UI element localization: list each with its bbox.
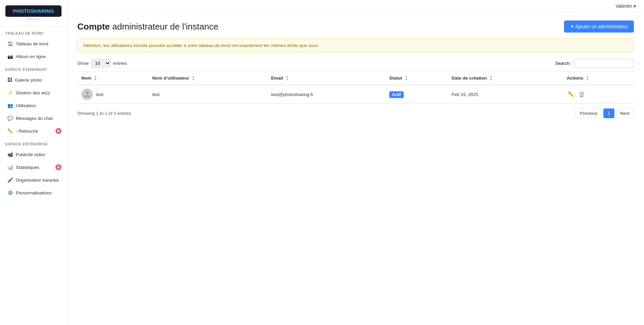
status-badge: Actif <box>389 91 404 98</box>
col-date-creation[interactable]: Date de création ▲▼ <box>447 72 563 85</box>
sidebar-item-label: Publicité vidéo <box>16 152 45 157</box>
sidebar-item-label: Gestion des wizz <box>16 90 50 95</box>
nom-value: test <box>96 92 104 97</box>
admins-table: Nom ▲▼ Nom d'utilisateur ▲▼ Email ▲▼ Sta… <box>77 72 634 104</box>
add-administrator-button[interactable]: ✦ Ajouter un administrateur <box>564 20 634 33</box>
sidebar-item-label: Statistiques <box>16 165 39 170</box>
email-value: test@photosharing.fr <box>271 92 314 97</box>
section-label-event: ESPACE ÉVÉNEMENT <box>0 63 67 74</box>
entries-label: entries <box>113 61 127 66</box>
col-statut[interactable]: Statut ▲▼ <box>385 72 448 85</box>
page-title-rest: administrateur de l'instance <box>110 21 218 32</box>
sidebar-item-gestion-des-wizz[interactable]: ⚡ Gestion des wizz <box>2 87 65 99</box>
col-nom-utilisateur[interactable]: Nom d'utilisateur ▲▼ <box>148 72 267 85</box>
next-button[interactable]: Next <box>616 108 634 118</box>
sidebar-item-galerie-photo[interactable]: 🖼 Galerie photo <box>2 74 65 86</box>
retouche-badge: N <box>55 128 62 134</box>
stats-badge: N <box>55 164 62 170</box>
user-menu[interactable]: Valentin ▾ <box>615 3 636 9</box>
sidebar-item-label: Personnalisations <box>16 190 52 195</box>
nom-utilisateur-value: test <box>152 92 160 97</box>
section-label-dashboard: TABLEAU DE BORD <box>0 27 67 37</box>
logo-subtitle: DIGITAL <box>5 17 62 21</box>
sidebar: PHOTOSHARING DIGITAL TABLEAU DE BORD 🏠 T… <box>0 0 67 325</box>
sort-nom-icon: ▲▼ <box>94 75 97 81</box>
cell-actions: ✏️ 🗑️ <box>563 85 634 104</box>
sidebar-item-tableau-de-bord[interactable]: 🏠 Tableau de bord <box>2 38 65 50</box>
showing-text: Showing 1 to 1 of 1 entries <box>77 111 131 116</box>
edit-button[interactable]: ✏️ <box>567 91 576 98</box>
logo-sharing: SHARING <box>31 8 54 14</box>
cell-date-creation: Feb 15, 2025 <box>447 85 563 104</box>
sidebar-item-label: Messages du chat <box>16 116 53 121</box>
entries-select[interactable]: 10 25 50 100 <box>91 59 111 67</box>
sort-nomu-icon: ▲▼ <box>192 75 195 81</box>
user-name-label: Valentin <box>615 3 632 9</box>
show-label: Show <box>77 61 89 66</box>
logo: PHOTOSHARING <box>5 5 62 17</box>
avatar <box>81 89 93 100</box>
sidebar-item-statistiques[interactable]: 📊 Statistiques N <box>2 161 65 173</box>
page-1-button[interactable]: 1 <box>603 108 615 118</box>
search-box: Search: <box>555 59 634 67</box>
chat-icon: 💬 <box>7 115 13 121</box>
sort-statut-icon: ▲▼ <box>405 75 408 81</box>
table-head: Nom ▲▼ Nom d'utilisateur ▲▼ Email ▲▼ Sta… <box>77 72 634 85</box>
users-icon: 👥 <box>7 103 13 108</box>
sidebar-item-album-en-ligne[interactable]: 📷 Album en ligne <box>2 50 65 62</box>
cell-nom: test <box>77 85 148 104</box>
stats-icon: 📊 <box>7 165 13 170</box>
wizz-icon: ⚡ <box>7 90 13 95</box>
sidebar-item-label: Tableau de bord <box>16 41 48 46</box>
col-actions: Actions ▲▼ <box>563 72 634 85</box>
sidebar-item-personnalisations[interactable]: ⚙️ Personnalisations <box>2 187 65 199</box>
table-controls: Show 10 25 50 100 entries Search: <box>77 59 634 67</box>
table-row: test test test@photosharing.fr Actif Feb… <box>77 85 634 104</box>
cell-statut: Actif <box>385 85 448 104</box>
sidebar-item-publicite-video[interactable]: 📹 Publicité vidéo <box>2 148 65 160</box>
sidebar-item-label: Utilisateur <box>16 103 36 108</box>
search-input[interactable] <box>573 59 634 67</box>
table-footer: Showing 1 to 1 of 1 entries Previous 1 N… <box>77 108 634 118</box>
alert-warning: Attention, les utilisateurs inscrits pou… <box>77 39 634 52</box>
topbar: Valentin ▾ <box>67 0 644 12</box>
cell-email: test@photosharing.fr <box>267 85 385 104</box>
retouche-icon: ✏️ <box>7 128 13 134</box>
page-title: Compte administrateur de l'instance <box>77 21 218 32</box>
date-value: Feb 15, 2025 <box>451 92 478 97</box>
previous-button[interactable]: Previous <box>575 108 602 118</box>
album-icon: 📷 <box>7 54 13 59</box>
sidebar-item-label: Album en ligne <box>16 54 46 59</box>
pagination: Previous 1 Next <box>575 108 634 118</box>
karaoke-icon: 🎤 <box>7 177 13 183</box>
section-label-enterprise: ESPACE ENTREPRISE <box>0 137 67 148</box>
settings-icon: ⚙️ <box>7 190 13 195</box>
table-body: test test test@photosharing.fr Actif Feb… <box>77 85 634 104</box>
gallery-icon: 🖼 <box>7 77 12 83</box>
sidebar-item-label: Galerie photo <box>15 78 42 83</box>
sidebar-logo: PHOTOSHARING DIGITAL <box>0 0 67 27</box>
main-content: Valentin ▾ Compte administrateur de l'in… <box>67 0 644 325</box>
sidebar-item-label: Organisation karaoke <box>16 178 59 183</box>
page-header: Compte administrateur de l'instance ✦ Aj… <box>77 20 634 33</box>
search-label: Search: <box>555 61 571 66</box>
col-email[interactable]: Email ▲▼ <box>267 72 385 85</box>
home-icon: 🏠 <box>7 41 13 46</box>
logo-photo: PHOTO <box>13 8 31 14</box>
show-entries-control: Show 10 25 50 100 entries <box>77 59 127 67</box>
chevron-down-icon: ▾ <box>634 3 636 9</box>
sidebar-item-messages-du-chat[interactable]: 💬 Messages du chat <box>2 112 65 124</box>
video-icon: 📹 <box>7 152 13 157</box>
col-nom[interactable]: Nom ▲▼ <box>77 72 148 85</box>
sort-actions-icon: ▲▼ <box>586 75 589 81</box>
cell-nom-utilisateur: test <box>148 85 267 104</box>
page-title-bold: Compte <box>77 21 110 32</box>
sidebar-item-label: - Retouche <box>16 129 38 134</box>
sidebar-item-retouche[interactable]: ✏️ - Retouche N <box>2 125 65 137</box>
sort-email-icon: ▲▼ <box>286 75 289 81</box>
sort-date-icon: ▲▼ <box>489 75 492 81</box>
delete-button[interactable]: 🗑️ <box>577 91 586 98</box>
sidebar-item-organisation-karaoke[interactable]: 🎤 Organisation karaoke <box>2 174 65 186</box>
page-content: Compte administrateur de l'instance ✦ Aj… <box>67 12 644 126</box>
sidebar-item-utilisateur[interactable]: 👥 Utilisateur <box>2 99 65 111</box>
